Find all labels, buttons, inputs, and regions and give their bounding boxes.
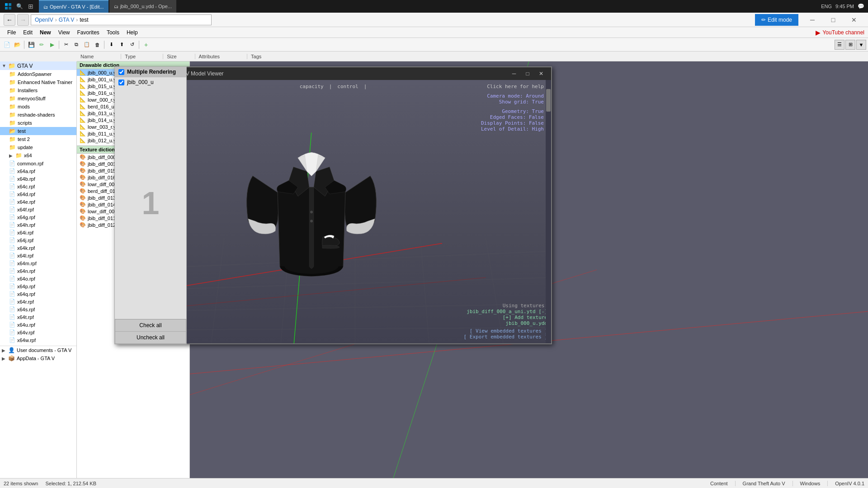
- menu-file[interactable]: File: [4, 28, 19, 37]
- sidebar-item-x64c[interactable]: 📄x64c.rpf: [0, 183, 76, 190]
- sidebar-item-trainer[interactable]: 📁 Enhanced Native Trainer: [0, 78, 76, 86]
- sidebar-item-x64q[interactable]: 📄x64q.rpf: [0, 290, 76, 298]
- sidebar-item-x64v[interactable]: 📄x64v.rpf: [0, 328, 76, 336]
- view-down-button[interactable]: ▼: [856, 40, 866, 50]
- mv-close-button[interactable]: ✕: [535, 69, 547, 79]
- jbib-checkbox-item[interactable]: jbib_000_u: [115, 77, 186, 87]
- search-icon[interactable]: 🔍: [15, 2, 24, 11]
- viewer-scrollbar[interactable]: [546, 80, 551, 343]
- uncheck-all-button[interactable]: Uncheck all: [115, 332, 186, 344]
- tb-edit-button[interactable]: ✏: [37, 40, 47, 50]
- forward-button[interactable]: →: [17, 14, 29, 26]
- menu-tools[interactable]: Tools: [103, 28, 123, 37]
- tb-save-button[interactable]: 💾: [26, 40, 36, 50]
- taskview-icon[interactable]: ⊞: [26, 2, 35, 11]
- tb-refresh-button[interactable]: ↺: [127, 40, 137, 50]
- sidebar-item-test2[interactable]: 📁 test 2: [0, 135, 76, 143]
- folder-icon5: 📁: [9, 103, 16, 110]
- sidebar-item-x64d[interactable]: 📄x64d.rpf: [0, 190, 76, 198]
- col-name[interactable]: Name: [77, 54, 121, 59]
- sidebar-item-x64f[interactable]: 📄x64f.rpf: [0, 206, 76, 213]
- sidebar-item-gtav[interactable]: ▼ 📁 GTA V: [0, 61, 76, 70]
- sidebar-item-x64[interactable]: ▶ 📁 x64: [0, 151, 76, 160]
- tb-open-button[interactable]: 📂: [12, 40, 22, 50]
- multiple-rendering-checkbox[interactable]: [118, 69, 124, 75]
- check-all-button[interactable]: Check all: [115, 319, 186, 332]
- addr-openiv: OpenIV: [35, 17, 53, 23]
- col-type[interactable]: Type: [121, 54, 163, 59]
- close-button[interactable]: ✕: [844, 13, 864, 27]
- col-attributes[interactable]: Attributes: [195, 54, 247, 59]
- sidebar-item-x64u[interactable]: 📄x64u.rpf: [0, 321, 76, 328]
- sidebar-item-x64o[interactable]: 📄x64o.rpf: [0, 275, 76, 282]
- sidebar-item-x64w[interactable]: 📄x64w.rpf: [0, 336, 76, 344]
- folder-icon4: 📁: [9, 95, 16, 102]
- sidebar-item-x64r[interactable]: 📄x64r.rpf: [0, 298, 76, 305]
- notification-icon[interactable]: 💬: [858, 3, 864, 9]
- sidebar-item-userdocs[interactable]: ▶ 👤 User documents - GTA V: [0, 346, 76, 354]
- address-bar[interactable]: OpenIV › GTA V › test: [31, 14, 212, 25]
- mv-minimize-button[interactable]: ─: [508, 69, 520, 79]
- sidebar-item-x64s[interactable]: 📄x64s.rpf: [0, 305, 76, 313]
- back-button[interactable]: ←: [4, 14, 15, 26]
- sidebar-item-label: GTA V: [17, 63, 33, 69]
- menu-help[interactable]: Help: [123, 28, 142, 37]
- sidebar-item-x64i[interactable]: 📄x64i.rpf: [0, 229, 76, 236]
- sidebar-item-installers[interactable]: 📁 Installers: [0, 86, 76, 94]
- click-help-text[interactable]: Click here for help: [481, 84, 544, 89]
- sidebar-label5: mods: [18, 104, 30, 109]
- sidebar-item-commonrpf[interactable]: 📄common.rpf: [0, 160, 76, 167]
- sidebar-item-scripts[interactable]: 📁 scripts: [0, 119, 76, 127]
- sidebar-item-x64j[interactable]: 📄x64j.rpf: [0, 236, 76, 244]
- tb-play-button[interactable]: ▶: [47, 40, 57, 50]
- tb-import-button[interactable]: ⬇: [106, 40, 116, 50]
- sidebar-item-x64l[interactable]: 📄x64l.rpf: [0, 252, 76, 259]
- sidebar-item-mods[interactable]: 📁 mods: [0, 103, 76, 111]
- view-details-button[interactable]: ☰: [835, 40, 844, 50]
- maximize-button[interactable]: □: [823, 13, 844, 27]
- sidebar-item-x64h[interactable]: 📄x64h.rpf: [0, 221, 76, 229]
- sidebar-item-test[interactable]: 📂 test: [0, 127, 76, 135]
- tb-export-button[interactable]: ⬆: [117, 40, 127, 50]
- tb-sep4: [139, 41, 139, 49]
- sidebar-item-x64p[interactable]: 📄x64p.rpf: [0, 282, 76, 290]
- col-size[interactable]: Size: [163, 54, 195, 59]
- tb-copy-button[interactable]: ⧉: [71, 40, 81, 50]
- sidebar-item-x64a[interactable]: 📄x64a.rpf: [0, 167, 76, 175]
- sidebar-item-update[interactable]: 📁 update: [0, 143, 76, 151]
- tb-paste-button[interactable]: 📋: [82, 40, 92, 50]
- menu-favorites[interactable]: Favorites: [74, 28, 103, 37]
- minimize-button[interactable]: ─: [802, 13, 823, 27]
- menu-new[interactable]: New: [36, 28, 55, 37]
- tb-delete-button[interactable]: 🗑: [92, 40, 102, 50]
- tb-cut-button[interactable]: ✂: [61, 40, 71, 50]
- sidebar-item-x64k[interactable]: 📄x64k.rpf: [0, 244, 76, 252]
- menu-view[interactable]: View: [55, 28, 74, 37]
- tb-new-button[interactable]: 📄: [2, 40, 12, 50]
- mv-maximize-button[interactable]: □: [521, 69, 534, 79]
- sidebar-item-x64t[interactable]: 📄x64t.rpf: [0, 313, 76, 321]
- tb-add-button[interactable]: +: [141, 40, 151, 50]
- sidebar-item-x64g[interactable]: 📄x64g.rpf: [0, 213, 76, 221]
- sidebar-item-x64m[interactable]: 📄x64m.rpf: [0, 259, 76, 267]
- taskbar-tab-viewer[interactable]: 🗂 jbib_000_u.ydd - Ope...: [109, 0, 176, 13]
- sidebar-item-menyoo[interactable]: 📁 menyooStuff: [0, 94, 76, 103]
- svg-rect-2: [5, 7, 8, 9]
- folder-icon8: 📁: [9, 136, 16, 142]
- multiple-rendering-item[interactable]: Multiple Rendering: [115, 67, 186, 77]
- col-tags[interactable]: Tags: [247, 54, 288, 59]
- sidebar-item-x64e[interactable]: 📄x64e.rpf: [0, 198, 76, 206]
- sidebar-item-reshade[interactable]: 📁 reshade-shaders: [0, 111, 76, 119]
- view-icons-button[interactable]: ⊞: [845, 40, 855, 50]
- taskbar-tab-openiv[interactable]: 🗂 OpenIV - GTA V - [Edit...: [39, 0, 108, 13]
- start-icon[interactable]: [4, 2, 13, 11]
- jbib-checkbox[interactable]: [118, 80, 124, 85]
- edit-mode-button[interactable]: ✏ Edit mode: [755, 14, 798, 26]
- sidebar-item-appdata[interactable]: ▶ 📦 AppData - GTA V: [0, 354, 76, 362]
- sidebar-item-x64n[interactable]: 📄x64n.rpf: [0, 267, 76, 275]
- sidebar-item-addonspawner[interactable]: 📁 AddonSpawner: [0, 70, 76, 78]
- menu-edit[interactable]: Edit: [19, 28, 36, 37]
- youtube-button[interactable]: ▶ YouTube channel: [816, 29, 864, 36]
- sidebar-item-x64b[interactable]: 📄x64b.rpf: [0, 175, 76, 183]
- viewer-scrollbar-thumb[interactable]: [546, 89, 551, 112]
